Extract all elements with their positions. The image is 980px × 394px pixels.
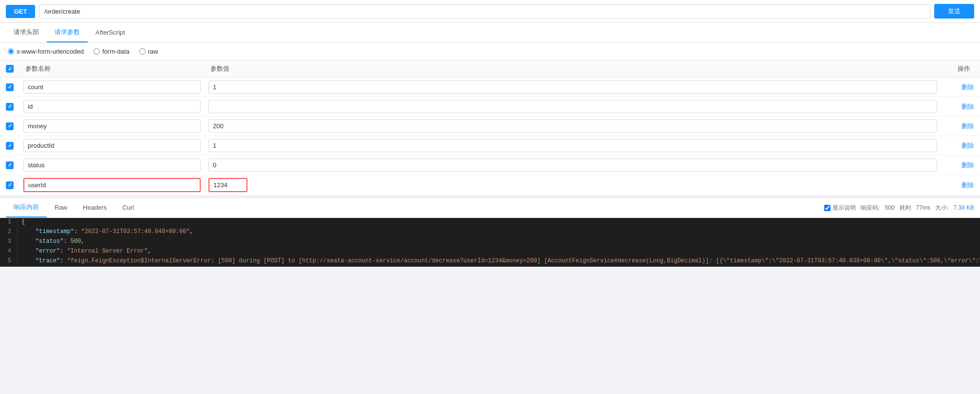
tab-afterscript[interactable]: AfterScript: [88, 24, 133, 42]
param-value-3[interactable]: [208, 119, 937, 133]
code-line-4: 4 "error": "Internal Server Error",: [0, 247, 980, 257]
body-type-row: x-www-form-urlencoded form-data raw: [0, 43, 980, 60]
delete-btn-5[interactable]: 删除: [961, 161, 974, 169]
col-header-name: 参数名称: [19, 60, 205, 78]
param-value-1[interactable]: [208, 80, 937, 94]
delete-btn-4[interactable]: 删除: [961, 142, 974, 149]
send-button[interactable]: 发送: [934, 4, 974, 19]
table-row: 删除: [0, 78, 980, 97]
code-viewer: 1 { 2 "timestamp": "2022-07-31T03:57:40.…: [0, 218, 980, 267]
delete-btn-6[interactable]: 删除: [961, 181, 974, 189]
response-tabs-row: 响应内容 Raw Headers Curl 显示说明 响应码: 500 耗时 7…: [0, 198, 980, 218]
response-meta: 显示说明 响应码: 500 耗时 77ms 大小: 7.38 KB: [824, 204, 974, 212]
url-bar: GET 发送: [0, 0, 980, 23]
param-name-3[interactable]: [23, 119, 201, 133]
radio-raw[interactable]: raw: [139, 48, 158, 55]
code-line-2: 2 "timestamp": "2022-07-31T03:57:40.048+…: [0, 228, 980, 237]
param-name-4[interactable]: [23, 139, 201, 152]
response-section: 响应内容 Raw Headers Curl 显示说明 响应码: 500 耗时 7…: [0, 197, 980, 267]
code-line-5: 5 "trace": "feign.FeignException$Interna…: [0, 257, 980, 267]
table-row: 删除: [0, 156, 980, 175]
param-value-2[interactable]: [208, 100, 937, 113]
tab-request-headers[interactable]: 请求头部: [6, 23, 47, 42]
param-value-6[interactable]: [208, 178, 247, 192]
row-checkbox-2[interactable]: [6, 103, 14, 111]
col-header-action: 操作: [941, 60, 980, 78]
resp-tab-curl[interactable]: Curl: [114, 199, 142, 217]
delete-btn-1[interactable]: 删除: [961, 83, 974, 91]
select-all-checkbox[interactable]: [6, 65, 14, 73]
delete-btn-2[interactable]: 删除: [961, 103, 974, 110]
row-checkbox-1[interactable]: [6, 83, 14, 91]
resp-tab-headers[interactable]: Headers: [75, 199, 114, 217]
param-name-6[interactable]: [23, 178, 201, 192]
table-row: 删除: [0, 117, 980, 136]
param-name-2[interactable]: [23, 100, 201, 113]
time-label: 耗时: [900, 204, 911, 212]
status-label: 响应码:: [861, 204, 880, 212]
row-checkbox-3[interactable]: [6, 122, 14, 130]
table-row: 删除: [0, 175, 980, 196]
col-header-value: 参数值: [205, 60, 941, 78]
param-value-5[interactable]: [208, 158, 937, 172]
url-input[interactable]: [39, 4, 930, 19]
params-table: 参数名称 参数值 操作 删除: [0, 60, 980, 196]
table-row: 删除: [0, 136, 980, 156]
delete-btn-3[interactable]: 删除: [961, 122, 974, 130]
resp-tab-content[interactable]: 响应内容: [6, 198, 47, 217]
status-code: 500: [885, 204, 895, 211]
method-button[interactable]: GET: [6, 5, 35, 18]
show-desc-checkbox[interactable]: [824, 205, 830, 211]
row-checkbox-6[interactable]: [6, 181, 14, 189]
param-name-5[interactable]: [23, 158, 201, 172]
row-checkbox-4[interactable]: [6, 142, 14, 150]
size-value: 7.38 KB: [953, 204, 974, 211]
radio-formdata[interactable]: form-data: [94, 48, 130, 55]
radio-urlencoded[interactable]: x-www-form-urlencoded: [8, 48, 84, 55]
code-line-1: 1 {: [0, 218, 980, 228]
tab-request-params[interactable]: 请求参数: [47, 23, 88, 42]
row-checkbox-5[interactable]: [6, 161, 14, 169]
table-row: 删除: [0, 97, 980, 117]
params-section: 参数名称 参数值 操作 删除: [0, 60, 980, 196]
code-line-3: 3 "status": 500,: [0, 237, 980, 247]
request-tabs: 请求头部 请求参数 AfterScript: [0, 23, 980, 43]
resp-tab-raw[interactable]: Raw: [47, 199, 75, 217]
param-name-1[interactable]: [23, 80, 201, 94]
time-value: 77ms: [916, 204, 930, 211]
size-label: 大小:: [935, 204, 948, 212]
show-desc-label[interactable]: 显示说明: [824, 204, 856, 212]
param-value-4[interactable]: [208, 139, 937, 152]
